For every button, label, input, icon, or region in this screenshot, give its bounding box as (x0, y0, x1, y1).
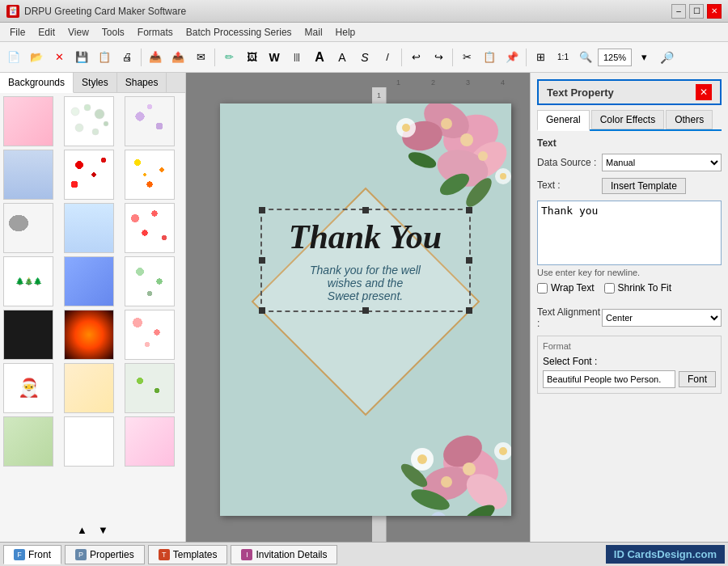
thumb-10[interactable]: 🌲🎄🌲 (3, 256, 53, 306)
tb-paste[interactable]: 📌 (502, 47, 523, 68)
tb-import[interactable]: 📥 (145, 47, 166, 68)
tb-export[interactable]: 📤 (167, 47, 188, 68)
tb-grid[interactable]: ⊞ (530, 47, 551, 68)
tb-pen[interactable]: ✏ (218, 47, 239, 68)
font-button[interactable]: Font (679, 371, 716, 387)
handle-tr[interactable] (466, 207, 472, 213)
data-source-select[interactable]: Manual Database (602, 154, 722, 171)
tb-copy[interactable]: 📋 (479, 47, 500, 68)
window-controls: – ☐ ✕ (671, 4, 722, 19)
tb-close-file[interactable]: ✕ (49, 47, 70, 68)
thumb-1[interactable] (3, 96, 53, 146)
shrink-to-fit-checkbox[interactable] (604, 283, 615, 294)
thumb-3[interactable] (125, 96, 175, 146)
prop-tab-color-effects[interactable]: Color Effects (591, 110, 664, 129)
tb-new[interactable]: 📄 (3, 47, 24, 68)
menu-formats[interactable]: Formats (131, 25, 180, 40)
thumb-21[interactable] (125, 416, 175, 467)
bot-tab-front[interactable]: F Front (3, 545, 61, 564)
thumb-6[interactable] (125, 150, 175, 200)
tb-cut[interactable]: ✂ (456, 47, 477, 68)
text-selection-box[interactable]: Thank You Thank you for the wellwishes a… (260, 209, 471, 312)
menu-tools[interactable]: Tools (95, 25, 131, 40)
tb-text-a2[interactable]: A (332, 47, 353, 68)
thumb-18[interactable] (125, 363, 175, 413)
zoom-dropdown[interactable]: ▾ (633, 47, 654, 68)
handle-br[interactable] (466, 307, 472, 314)
tb-line[interactable]: / (377, 47, 398, 68)
thumb-11[interactable] (64, 256, 114, 306)
maximize-button[interactable]: ☐ (689, 4, 704, 19)
thumb-9[interactable] (125, 203, 175, 253)
bot-tab-templates-label: Templates (173, 549, 218, 560)
handle-mr[interactable] (466, 257, 472, 264)
text-area[interactable]: Thank you (537, 201, 722, 265)
menu-help[interactable]: Help (329, 25, 362, 40)
canvas-area[interactable]: 1 2 3 4 5 6 7 12345678910 (186, 73, 530, 542)
tb-open[interactable]: 📂 (26, 47, 47, 68)
thumb-8[interactable] (64, 203, 114, 253)
greeting-card[interactable]: Thank You Thank you for the wellwishes a… (220, 103, 511, 516)
sep5 (526, 49, 527, 66)
tb-text[interactable]: W (264, 47, 285, 68)
bot-tab-templates[interactable]: T Templates (148, 545, 228, 564)
thumb-20[interactable] (64, 416, 114, 467)
tb-text-a[interactable]: A (309, 47, 330, 68)
menu-edit[interactable]: Edit (32, 25, 61, 40)
tb-image[interactable]: 🖼 (241, 47, 262, 68)
bot-tab-invitation[interactable]: I Invitation Details (231, 545, 337, 564)
thumb-13[interactable] (3, 310, 53, 360)
property-close-button[interactable]: ✕ (696, 84, 712, 100)
svg-point-0 (71, 108, 79, 116)
insert-template-button[interactable]: Insert Template (602, 178, 686, 194)
minimize-button[interactable]: – (671, 4, 686, 19)
menu-file[interactable]: File (3, 25, 32, 40)
prop-tab-general[interactable]: General (537, 110, 590, 131)
tb-ratio[interactable]: 1:1 (552, 47, 574, 68)
menu-view[interactable]: View (61, 25, 95, 40)
wrap-text-checkbox[interactable] (537, 283, 548, 294)
handle-tl[interactable] (259, 207, 265, 213)
tab-styles[interactable]: Styles (74, 73, 117, 92)
close-button[interactable]: ✕ (707, 4, 722, 19)
tb-email[interactable]: ✉ (190, 47, 211, 68)
font-name-input[interactable] (543, 370, 675, 388)
alignment-select[interactable]: Center Left Right Justify (602, 309, 722, 327)
thumb-14[interactable] (64, 310, 114, 360)
tab-backgrounds[interactable]: Backgrounds (0, 73, 74, 93)
tb-redo[interactable]: ↪ (428, 47, 449, 68)
handle-ml[interactable] (259, 257, 265, 264)
tab-shapes[interactable]: Shapes (117, 73, 167, 92)
zoom-input[interactable] (598, 49, 632, 66)
thumb-2[interactable] (64, 96, 114, 146)
tb-zoom-in[interactable]: 🔍 (575, 47, 596, 68)
thumbnail-scroll[interactable]: 🌲🎄🌲 🎅 (0, 93, 185, 517)
tb-zoom-out[interactable]: 🔎 (656, 47, 677, 68)
menu-batch[interactable]: Batch Processing Series (180, 25, 298, 40)
thumb-5[interactable] (64, 150, 114, 200)
scroll-up[interactable]: ▲ (72, 519, 93, 540)
menu-mail[interactable]: Mail (298, 25, 329, 40)
handle-bl[interactable] (259, 307, 265, 314)
thumb-16[interactable]: 🎅 (3, 363, 53, 413)
thumb-15[interactable] (125, 310, 175, 360)
thumb-4[interactable] (3, 150, 53, 200)
idcards-logo: ID CardsDesign.com (606, 545, 725, 564)
thumb-7[interactable] (3, 203, 53, 253)
scroll-down[interactable]: ▼ (93, 519, 114, 540)
handle-bm[interactable] (362, 307, 369, 314)
data-source-row: Data Source : Manual Database (537, 154, 722, 171)
tb-save[interactable]: 💾 (71, 47, 92, 68)
tb-barcode[interactable]: ||| (286, 47, 307, 68)
tb-script[interactable]: S (354, 47, 375, 68)
handle-tm[interactable] (362, 207, 369, 213)
prop-tab-others[interactable]: Others (666, 110, 713, 129)
thumb-19[interactable] (3, 416, 53, 467)
svg-point-12 (441, 118, 452, 129)
bot-tab-properties[interactable]: P Properties (65, 545, 145, 564)
tb-undo[interactable]: ↩ (405, 47, 426, 68)
tb-print[interactable]: 🖨 (116, 47, 138, 68)
tb-save-as[interactable]: 📋 (94, 47, 115, 68)
thumb-12[interactable] (125, 256, 175, 306)
thumb-17[interactable] (64, 363, 114, 413)
